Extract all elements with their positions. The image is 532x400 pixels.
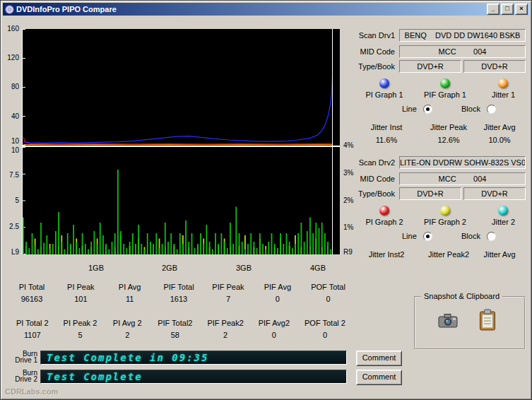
pif-drive1-bars bbox=[289, 242, 290, 254]
scan-drv1-value: BENQ DVD DD DW1640 BSKB bbox=[399, 29, 526, 42]
stat-cell: PIF Peak7 bbox=[212, 283, 244, 303]
stat-label: PIF Peak2 bbox=[207, 319, 243, 327]
stat-value: 96163 bbox=[16, 295, 47, 303]
pi-graph1-led-icon[interactable] bbox=[379, 78, 389, 88]
burn-drive1-label: Burn Drive 1 bbox=[4, 351, 37, 363]
stat-label: PIF Total2 bbox=[158, 319, 192, 327]
stat-value: 2 bbox=[207, 331, 243, 339]
mid-code1-label: MID Code bbox=[351, 47, 395, 56]
camera-snapshot-icon[interactable] bbox=[438, 313, 458, 329]
cdrlabs-watermark: CDRLabs.com bbox=[5, 387, 58, 396]
line2-radio[interactable] bbox=[423, 232, 432, 241]
stat-cell: PI Peak101 bbox=[65, 283, 96, 303]
pif-graph1-label: PIF Graph 1 bbox=[420, 90, 470, 99]
jitter-avg2-label: Jitter Avg bbox=[478, 250, 521, 259]
pif-graph2-led-icon[interactable] bbox=[440, 206, 450, 216]
pif-drive1-bars bbox=[37, 249, 39, 255]
jitter-inst1-label: Jitter Inst bbox=[365, 123, 408, 131]
jitter2-led-icon[interactable] bbox=[498, 206, 508, 216]
pif-drive1-bars bbox=[292, 248, 293, 254]
pif-drive1-bars bbox=[297, 233, 299, 254]
pif-drive1-bars bbox=[315, 223, 317, 254]
jitter1-led-icon[interactable] bbox=[498, 78, 508, 88]
stat-label: PI Avg 2 bbox=[112, 319, 143, 327]
pif-drive1-bars bbox=[35, 245, 36, 255]
pif-drive1-bars bbox=[309, 218, 311, 255]
y-tick: 160 bbox=[2, 25, 19, 33]
block1-radio[interactable] bbox=[487, 105, 496, 114]
pif-drive1-bars bbox=[330, 249, 331, 255]
pif-drive1-bars bbox=[147, 233, 148, 254]
pif-drive1-bars bbox=[58, 212, 59, 254]
stat-cell: PI Peak 25 bbox=[64, 319, 97, 339]
close-button[interactable]: × bbox=[515, 4, 528, 15]
pif-drive1-bars bbox=[327, 242, 329, 254]
stat-label: PI Total 2 bbox=[16, 319, 49, 327]
stat-value: 0 bbox=[262, 295, 293, 303]
pif-drive1-bars bbox=[224, 242, 225, 254]
pif-drive1-bars bbox=[319, 228, 320, 255]
pif-drive1-bars bbox=[138, 225, 139, 254]
comment2-button[interactable]: Comment bbox=[356, 370, 402, 385]
pif-drive1-bars bbox=[40, 223, 42, 254]
stat-cell: PIF Total258 bbox=[158, 319, 192, 339]
pif-drive1-bars bbox=[64, 249, 66, 255]
pif-drive1-bars bbox=[188, 242, 189, 254]
mid-code2-value: MCC 004 bbox=[399, 172, 526, 185]
stat-label: POF Total bbox=[311, 283, 345, 291]
maximize-button[interactable]: □ bbox=[501, 4, 514, 15]
pif-drive1-bars bbox=[47, 235, 48, 254]
stat-cell: PIF Peak22 bbox=[207, 319, 243, 339]
pif-drive1-bars bbox=[162, 244, 163, 254]
type-book2-label: Type/Book bbox=[351, 189, 395, 198]
burn-label-line2: Drive 2 bbox=[15, 375, 37, 383]
stat-label: PI Avg bbox=[114, 283, 146, 291]
jitter1-label: Jitter 1 bbox=[484, 90, 523, 99]
pif-drive1-bars bbox=[94, 231, 95, 254]
pif-graph1-led-icon[interactable] bbox=[440, 78, 450, 88]
stat-cell: PIF Total1613 bbox=[163, 283, 194, 303]
pif-drive1-bars bbox=[82, 233, 83, 254]
stats-row-drive2: PI Total 21107 PI Peak 25 PI Avg 22 PIF … bbox=[16, 319, 345, 339]
stat-value: 0 bbox=[305, 331, 345, 339]
burn-drive2-label: Burn Drive 2 bbox=[4, 370, 37, 382]
pi-graph2-led-icon[interactable] bbox=[379, 206, 389, 216]
y-tick: 120 bbox=[2, 54, 19, 62]
pif-drive1-bars bbox=[235, 207, 237, 255]
scan-drv1-label: Scan Drv1 bbox=[351, 31, 395, 40]
pif-drive1-bars bbox=[135, 244, 136, 254]
stat-value: 101 bbox=[65, 295, 96, 303]
pif-drive1-bars bbox=[283, 244, 284, 254]
pif-drive1-bars bbox=[280, 233, 281, 254]
stat-cell: PIF Avg0 bbox=[262, 283, 293, 303]
pif-drive1-bars bbox=[112, 242, 113, 254]
clipboard-copy-icon[interactable] bbox=[479, 309, 496, 331]
comment1-button[interactable]: Comment bbox=[356, 351, 402, 366]
scan-drv2-value: LITE-ON DVDRW SOHW-832S VS0 bbox=[399, 156, 526, 169]
pif-drive1-bars bbox=[244, 249, 246, 255]
type-book1-label: Type/Book bbox=[351, 62, 395, 71]
pif-drive1-bars bbox=[206, 225, 208, 254]
minimize-button[interactable]: _ bbox=[487, 4, 500, 15]
pif-chart-plot bbox=[22, 147, 340, 254]
block2-radio[interactable] bbox=[487, 232, 496, 241]
pif-drive1-bars bbox=[76, 242, 77, 254]
pif-drive1-bars bbox=[150, 242, 151, 254]
jitter-inst1-value: 11.6% bbox=[365, 136, 408, 144]
y-tick: 40 bbox=[2, 112, 19, 121]
burn-drive1-lcd: Test Complete in 09:35 bbox=[40, 351, 347, 365]
stat-label: POF Total 2 bbox=[305, 319, 345, 327]
line1-radio[interactable] bbox=[423, 105, 432, 114]
y-tick: 5 bbox=[2, 196, 19, 205]
pif-drive1-bars bbox=[90, 242, 92, 254]
app-window: DVDInfoPro PIPO Compare _ □ × 160 120 80… bbox=[0, 0, 532, 400]
pif-drive1-bars bbox=[85, 244, 86, 254]
pif-drive1-bars bbox=[55, 231, 57, 254]
pif-drive1-bars bbox=[132, 233, 134, 254]
app-icon bbox=[5, 5, 14, 14]
stat-cell: PI Avg11 bbox=[114, 283, 146, 303]
pif-drive1-bars bbox=[97, 244, 98, 254]
stat-value: 7 bbox=[212, 295, 244, 303]
title-bar: DVDInfoPro PIPO Compare _ □ × bbox=[3, 3, 529, 16]
pif-drive1-bars bbox=[182, 244, 184, 254]
